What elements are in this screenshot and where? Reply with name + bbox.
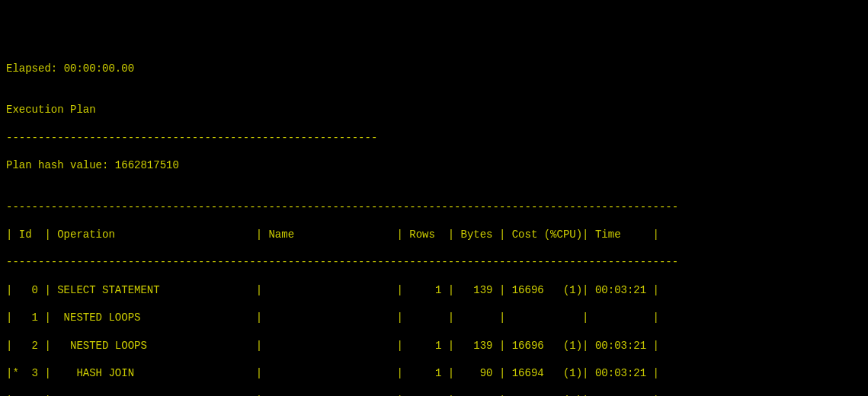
plan-hash-label: Plan hash value: xyxy=(6,159,115,171)
table-top-divider: ----------------------------------------… xyxy=(6,200,862,214)
elapsed-line: Elapsed: 00:00:00.00 xyxy=(6,62,862,75)
execution-plan-title: Execution Plan xyxy=(6,103,862,117)
plan-hash-value: 1662817510 xyxy=(115,159,179,171)
table-row: |* 3 | HASH JOIN | | 1 | 90 | 16694 (1)|… xyxy=(6,366,862,380)
table-row: | 1 | NESTED LOOPS | | | | | | xyxy=(6,311,862,324)
elapsed-label: Elapsed: xyxy=(6,62,64,75)
plan-hash-line: Plan hash value: 1662817510 xyxy=(6,158,862,172)
execution-plan-divider: ----------------------------------------… xyxy=(6,131,862,145)
table-header-divider: ----------------------------------------… xyxy=(6,255,862,269)
table-row: | 0 | SELECT STATEMENT | | 1 | 139 | 166… xyxy=(6,283,862,297)
table-header-row: | Id | Operation | Name | Rows | Bytes |… xyxy=(6,228,862,241)
table-row: | 2 | NESTED LOOPS | | 1 | 139 | 16696 (… xyxy=(6,339,862,353)
elapsed-value: 00:00:00.00 xyxy=(64,62,134,75)
